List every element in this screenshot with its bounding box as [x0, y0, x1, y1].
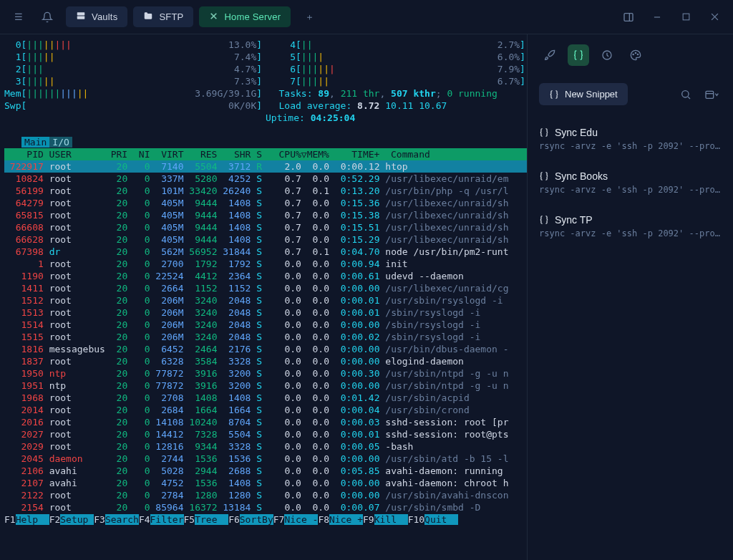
close-window-icon[interactable]: [704, 7, 724, 27]
snippet-item[interactable]: Sync TPrsync -arvz -e 'ssh -p 2092' --pr…: [539, 206, 722, 249]
process-row[interactable]: 1837 root 20 0 6328 3584 3328 S 0.0 0.0 …: [4, 355, 527, 367]
svg-point-13: [637, 54, 638, 54]
rocket-icon[interactable]: [539, 44, 560, 66]
process-row[interactable]: 1968 root 20 0 2708 1408 1408 S 0.0 0.0 …: [4, 392, 527, 404]
snippet-title: Sync Edu: [555, 127, 598, 138]
braces-icon: [539, 171, 549, 181]
process-row[interactable]: 1513 root 20 0 206M 3240 2048 S 0.0 0.0 …: [4, 306, 527, 319]
subtab-main[interactable]: Main: [21, 137, 49, 148]
svg-point-14: [682, 90, 689, 97]
process-row[interactable]: 1411 root 20 0 2664 1152 1152 S 0.0 0.0 …: [4, 282, 527, 294]
process-row[interactable]: 2122 root 20 0 2784 1280 1280 S 0.0 0.0 …: [4, 489, 527, 501]
snippet-item[interactable]: Sync Booksrsync -arvz -e 'ssh -p 2092' -…: [539, 162, 722, 206]
braces-icon[interactable]: [568, 44, 589, 66]
calendar-dropdown-icon[interactable]: [702, 85, 722, 105]
minimize-icon[interactable]: [647, 7, 667, 27]
svg-rect-4: [624, 13, 633, 21]
new-snippet-button[interactable]: New Snippet: [539, 83, 628, 105]
process-row[interactable]: 65815 root 20 0 405M 9444 1408 S 0.7 0.0…: [4, 209, 527, 221]
process-row[interactable]: 2154 root 20 0 85964 16372 13184 S 0.0 0…: [4, 501, 527, 513]
process-row[interactable]: 56199 root 20 0 101M 33420 26240 S 0.7 0…: [4, 185, 527, 197]
column-headers[interactable]: PID USER PRI NI VIRT RES SHR S CPU%▽MEM%…: [4, 148, 527, 160]
tab-sftp[interactable]: SFTP: [133, 6, 193, 27]
server-icon: [76, 11, 86, 23]
process-row[interactable]: 2107 avahi 20 0 4752 1536 1408 S 0.0 0.0…: [4, 477, 527, 489]
process-row[interactable]: 2106 avahi 20 0 5028 2944 2688 S 0.0 0.0…: [4, 465, 527, 477]
svg-line-15: [688, 97, 690, 99]
snippet-preview: rsync -arvz -e 'ssh -p 2092' --pro…: [539, 228, 722, 238]
history-icon[interactable]: [596, 44, 618, 66]
process-row[interactable]: 2014 root 20 0 2684 1664 1664 S 0.0 0.0 …: [4, 404, 527, 416]
svg-rect-16: [706, 91, 714, 98]
maximize-icon[interactable]: [676, 7, 696, 27]
subtab-io[interactable]: I/O: [49, 137, 72, 148]
terminal-output[interactable]: 0[|||||||| 13.0%] 4[|| 2.7%] 1[||||| 7.4…: [0, 34, 527, 560]
process-row[interactable]: 2045 daemon 20 0 2744 1536 1536 S 0.0 0.…: [4, 453, 527, 465]
process-row[interactable]: 722917 root 20 0 7140 5504 3712 R 2.0 0.…: [4, 160, 527, 173]
process-row[interactable]: 2029 root 20 0 12816 9344 3328 S 0.0 0.0…: [4, 440, 527, 453]
process-row[interactable]: 10824 root 20 0 337M 5280 4252 S 0.7 0.0…: [4, 173, 527, 185]
process-row[interactable]: 66628 root 20 0 405M 9444 1408 S 0.7 0.0…: [4, 233, 527, 246]
process-row[interactable]: 2027 root 20 0 14412 7328 5504 S 0.0 0.0…: [4, 428, 527, 440]
svg-rect-7: [683, 14, 689, 20]
snippet-item[interactable]: Sync Edursync -arvz -e 'ssh -p 2092' --p…: [539, 118, 722, 162]
snippet-title: Sync TP: [555, 214, 593, 226]
svg-rect-1: [77, 16, 85, 19]
close-icon: [209, 11, 218, 23]
function-key-bar[interactable]: F1Help F2Setup F3SearchF4FilterF5Tree F6…: [4, 513, 527, 526]
snippet-preview: rsync -arvz -e 'ssh -p 2092' --pro…: [539, 185, 722, 195]
svg-point-12: [635, 52, 636, 53]
process-row[interactable]: 67398 dr 20 0 562M 56952 31844 S 0.7 0.1…: [4, 246, 527, 258]
process-row[interactable]: 1515 root 20 0 206M 3240 2048 S 0.0 0.0 …: [4, 331, 527, 343]
process-row[interactable]: 1816 messagebus 20 0 6452 2464 2176 S 0.…: [4, 343, 527, 355]
process-row[interactable]: 1514 root 20 0 206M 3240 2048 S 0.0 0.0 …: [4, 319, 527, 331]
process-row[interactable]: 1951 ntp 20 0 77872 3916 3200 S 0.0 0.0 …: [4, 380, 527, 392]
panel-toggle-icon[interactable]: [618, 7, 639, 27]
svg-point-11: [633, 54, 634, 54]
svg-rect-0: [77, 12, 85, 15]
braces-icon: [539, 127, 549, 137]
process-row[interactable]: 1512 root 20 0 206M 3240 2048 S 0.0 0.0 …: [4, 294, 527, 306]
process-row[interactable]: 1950 ntp 20 0 77872 3916 3200 S 0.0 0.0 …: [4, 367, 527, 380]
process-row[interactable]: 1190 root 20 0 22524 4412 2364 S 0.0 0.0…: [4, 270, 527, 282]
search-icon[interactable]: [676, 85, 696, 105]
hamburger-icon[interactable]: ☰: [9, 7, 29, 27]
process-row[interactable]: 66608 root 20 0 405M 9444 1408 S 0.7 0.0…: [4, 221, 527, 233]
tab-vaults[interactable]: Vaults: [66, 6, 127, 27]
process-row[interactable]: 64279 root 20 0 405M 9444 1408 S 0.7 0.0…: [4, 197, 527, 209]
process-row[interactable]: 1 root 20 0 2700 1792 1792 S 0.0 0.0 0:0…: [4, 258, 527, 270]
snippet-preview: rsync -arvz -e 'ssh -p 2092' --pro…: [539, 141, 722, 151]
new-tab-icon[interactable]: ＋: [299, 7, 319, 27]
folder-icon: [143, 11, 153, 23]
bell-icon[interactable]: [37, 7, 57, 27]
braces-icon: [539, 215, 549, 225]
tab-home-server[interactable]: Home Server: [199, 6, 291, 27]
palette-icon[interactable]: [625, 44, 646, 66]
snippet-title: Sync Books: [555, 170, 608, 182]
process-row[interactable]: 2016 root 20 0 14108 10240 8704 S 0.0 0.…: [4, 416, 527, 428]
